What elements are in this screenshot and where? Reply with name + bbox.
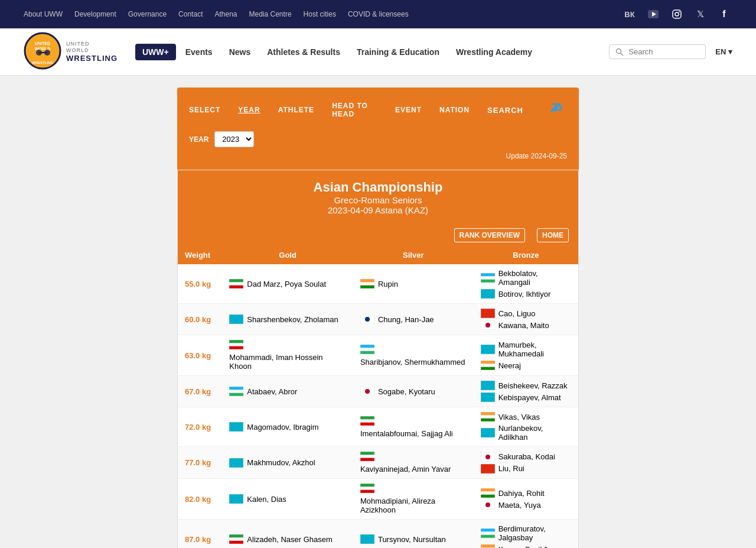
championship-title: Asian Championship: [187, 180, 569, 195]
svg-rect-67: [360, 419, 374, 423]
svg-rect-78: [360, 452, 374, 455]
top-nav-development[interactable]: Development: [74, 10, 116, 18]
col-bronze: Bronze: [474, 246, 578, 264]
weight-cell: 87.0 kg: [178, 520, 222, 549]
svg-point-32: [365, 317, 370, 322]
logo-world: WORLD: [66, 47, 118, 54]
nav-academy[interactable]: Wrestling Academy: [449, 43, 539, 61]
svg-rect-76: [229, 458, 243, 468]
facebook-icon[interactable]: f: [716, 6, 732, 22]
instagram-icon[interactable]: [669, 6, 685, 22]
twitter-x-icon[interactable]: 𝕏: [692, 6, 709, 22]
nav-training[interactable]: Training & Education: [350, 43, 447, 61]
svg-rect-43: [360, 345, 374, 348]
year-label: YEAR: [189, 135, 208, 144]
championship-date: 2023-04-09 Astana (KAZ): [187, 205, 569, 215]
svg-rect-2: [673, 10, 681, 18]
filter-tabs: SELECT YEAR ATHLETE HEAD TO HEAD EVENT N…: [189, 97, 567, 123]
svg-rect-79: [360, 455, 374, 458]
svg-point-3: [675, 12, 679, 16]
svg-rect-102: [229, 541, 243, 544]
top-nav-governance[interactable]: Governance: [128, 10, 167, 18]
svg-point-58: [365, 389, 370, 394]
bronze-cell: Vikas, VikasNurlanbekov, Adilkhan: [474, 407, 578, 447]
nav-news[interactable]: News: [222, 43, 258, 61]
top-nav-contact[interactable]: Contact: [178, 10, 203, 18]
filter-tab-event[interactable]: EVENT: [395, 106, 422, 114]
results-panel: Asian Championship Greco-Roman Seniors 2…: [177, 170, 579, 548]
svg-rect-27: [481, 289, 495, 299]
bronze-cell: Dahiya, RohitMaeta, Yuya: [474, 479, 578, 520]
top-nav-athena[interactable]: Athena: [214, 10, 237, 18]
bronze-cell: Mamurbek, MukhamedaliNeeraj: [474, 335, 578, 376]
svg-rect-62: [481, 393, 495, 402]
svg-rect-54: [229, 390, 243, 393]
vk-icon[interactable]: ВК: [621, 6, 638, 22]
nav-athletes[interactable]: Athletes & Results: [260, 43, 347, 61]
svg-rect-23: [481, 273, 495, 277]
svg-rect-108: [481, 535, 495, 538]
weight-cell: 55.0 kg: [178, 264, 222, 304]
svg-rect-21: [360, 286, 374, 288]
weight-cell: 67.0 kg: [178, 376, 222, 407]
table-row: 72.0 kgMagomadov, IbragimImentalabfoumai…: [178, 407, 578, 447]
top-nav-hostcities[interactable]: Host cities: [304, 10, 336, 18]
svg-rect-29: [229, 314, 243, 324]
filter-tab-athlete[interactable]: ATHLETE: [278, 106, 314, 114]
svg-rect-93: [481, 488, 495, 492]
svg-rect-53: [229, 387, 243, 390]
home-tab[interactable]: HOME: [537, 228, 569, 242]
update-text: Update 2024-09-25: [189, 152, 567, 160]
weight-cell: 72.0 kg: [178, 407, 222, 447]
svg-rect-70: [481, 412, 495, 416]
svg-rect-64: [229, 422, 243, 432]
header-right: EN ▾: [609, 44, 732, 59]
top-nav-media[interactable]: Media Centre: [249, 10, 292, 18]
svg-rect-68: [360, 422, 374, 425]
svg-rect-44: [360, 348, 374, 351]
bronze-cell: Cao, LiguoKawana, Maito: [474, 304, 578, 335]
svg-rect-107: [481, 531, 495, 535]
svg-point-12: [617, 48, 621, 53]
top-nav-covid[interactable]: COVID & licensees: [348, 10, 409, 18]
main-nav: UWW+ Events News Athletes & Results Trai…: [135, 43, 609, 61]
svg-rect-45: [360, 351, 374, 354]
svg-rect-104: [360, 534, 374, 544]
logo-circle: UNITED WORLD WRESTLING: [24, 32, 61, 72]
weight-cell: 60.0 kg: [178, 304, 222, 335]
bronze-cell: Bekbolatov, AmangaliBotirov, Ikhtiyor: [474, 264, 578, 304]
table-row: 63.0 kgMohammadi, Iman Hossein KhoonShar…: [178, 335, 578, 376]
year-select[interactable]: 2023 2022 2021 2020 2019: [214, 131, 254, 147]
nav-uwwplus[interactable]: UWW+: [135, 44, 176, 60]
svg-rect-40: [229, 343, 243, 346]
search-input[interactable]: [628, 47, 699, 56]
youtube-icon[interactable]: [645, 6, 662, 22]
svg-rect-89: [360, 484, 374, 487]
top-nav-about[interactable]: About UWW: [24, 10, 63, 18]
rank-overview-tab[interactable]: RANK OVERVIEW: [454, 228, 525, 242]
lang-selector[interactable]: EN ▾: [715, 47, 732, 56]
top-nav: About UWW Development Governance Contact…: [24, 10, 409, 18]
filter-tab-year[interactable]: YEAR: [238, 106, 260, 114]
svg-rect-20: [360, 282, 374, 286]
filter-tab-nation[interactable]: NATION: [439, 106, 470, 114]
filter-search-button[interactable]: SEARCH: [487, 106, 523, 115]
svg-rect-25: [481, 280, 495, 283]
top-bar: About UWW Development Governance Contact…: [0, 0, 756, 28]
svg-point-98: [485, 502, 490, 507]
filter-select-label: SELECT: [189, 106, 220, 114]
svg-rect-101: [229, 537, 243, 541]
logo-area: UNITED WORLD WRESTLING UNITED WORLD WRES…: [24, 32, 118, 72]
table-row: 60.0 kgSharshenbekov, ZholamanChung, Han…: [178, 304, 578, 335]
nav-events[interactable]: Events: [178, 43, 220, 61]
svg-rect-34: [481, 309, 495, 318]
twitter-share-icon[interactable]: [546, 97, 567, 123]
svg-rect-90: [360, 487, 374, 490]
svg-rect-100: [229, 534, 243, 538]
svg-rect-110: [481, 544, 495, 548]
bronze-cell: Berdimuratov, JalgasbayKumar, Sunil 1: [474, 520, 578, 549]
filter-tab-headtohead[interactable]: HEAD TO HEAD: [332, 102, 377, 118]
table-row: 87.0 kgAlizadeh, Naser GhasemTursynov, N…: [178, 520, 578, 549]
bronze-cell: Beishekeev, RazzakKebispayev, Almat: [474, 376, 578, 407]
bronze-cell: Sakuraba, KodaiLiu, Rui: [474, 447, 578, 479]
